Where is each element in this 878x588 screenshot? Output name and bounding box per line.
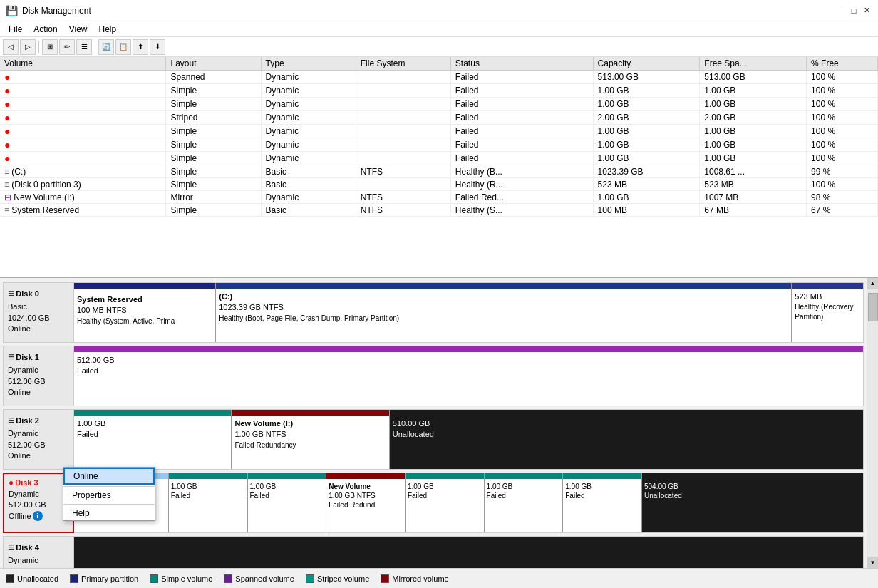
disk-3-newvol[interactable]: New Volume 1.00 GB NTFS Failed Redund	[326, 473, 406, 532]
cell-volume: ●	[0, 111, 166, 125]
cell-pct: 100 %	[807, 152, 878, 165]
disk-2-partitions: 1.00 GB Failed New Volume (I:) 1.00 GB N…	[74, 409, 864, 470]
cell-type: Basic	[261, 204, 356, 217]
toolbar-btn-7[interactable]: ⬇	[150, 39, 165, 55]
toolbar-btn-4[interactable]: 🔄	[98, 39, 114, 55]
disk-0-sysres[interactable]: System Reserved 100 MB NTFS Healthy (Sys…	[74, 283, 216, 342]
context-menu-help[interactable]: Help	[63, 506, 155, 520]
cell-fs: NTFS	[356, 204, 450, 217]
context-menu-properties[interactable]: Properties	[63, 488, 155, 502]
cell-volume: ●	[0, 138, 166, 152]
disk-3-p2[interactable]: 1.00 GB Failed	[169, 473, 248, 532]
disk-4-partitions	[74, 536, 864, 568]
col-status: Status	[450, 57, 593, 71]
table-row[interactable]: ● Simple Dynamic Failed 1.00 GB 1.00 GB …	[0, 98, 878, 111]
scroll-up-button[interactable]: ▲	[867, 278, 878, 289]
disk-0-recovery[interactable]: 523 MB Healthy (Recovery Partition)	[792, 283, 863, 342]
cell-type: Dynamic	[261, 152, 356, 165]
legend-spanned-label: Spanned volume	[235, 574, 294, 583]
disk-2-unalloc[interactable]: 510.00 GB Unallocated	[390, 410, 863, 469]
legend-striped: Striped volume	[306, 574, 369, 583]
table-row[interactable]: ● Simple Dynamic Failed 1.00 GB 1.00 GB …	[0, 152, 878, 165]
cell-capacity: 2.00 GB	[593, 111, 700, 125]
minimize-button[interactable]: ─	[835, 5, 847, 16]
context-menu-online[interactable]: Online	[63, 468, 155, 485]
cell-status: Healthy (R...	[450, 178, 593, 191]
disk-3-p7[interactable]: 1.00 GB Failed	[563, 473, 642, 532]
disk-1-label: ≡ Disk 1 Dynamic 512.00 GB Online	[3, 346, 74, 406]
table-row[interactable]: ≡ (C:) Simple Basic NTFS Healthy (B... 1…	[0, 165, 878, 178]
menu-help[interactable]: Help	[93, 23, 123, 36]
disk-4-row: ≡ Disk 4 Dynamic	[3, 536, 864, 568]
table-row[interactable]: ● Simple Dynamic Failed 1.00 GB 1.00 GB …	[0, 138, 878, 152]
app-icon: 💾	[6, 5, 18, 16]
legend-striped-label: Striped volume	[317, 574, 369, 583]
toolbar: ◁ ▷ ⊞ ✏ ☰ 🔄 📋 ⬆ ⬇	[0, 37, 878, 57]
table-row[interactable]: ● Simple Dynamic Failed 1.00 GB 1.00 GB …	[0, 84, 878, 98]
menu-file[interactable]: File	[3, 23, 28, 36]
table-row[interactable]: ● Striped Dynamic Failed 2.00 GB 2.00 GB…	[0, 111, 878, 125]
col-layout: Layout	[166, 57, 261, 71]
legend-spanned: Spanned volume	[224, 574, 294, 583]
toolbar-btn-2[interactable]: ✏	[59, 39, 75, 55]
cell-type: Dynamic	[261, 111, 356, 125]
disk-3-p3[interactable]: 1.00 GB Failed	[248, 473, 327, 532]
cell-free: 1007 MB	[700, 191, 807, 204]
cell-free: 1.00 GB	[700, 125, 807, 138]
cell-type: Dynamic	[261, 138, 356, 152]
cell-status: Failed	[450, 71, 593, 84]
disk-1-vol[interactable]: 512.00 GB Failed	[74, 346, 863, 406]
cell-pct: 100 %	[807, 125, 878, 138]
forward-button[interactable]: ▷	[20, 39, 36, 55]
disk-3-p6[interactable]: 1.00 GB Failed	[485, 473, 564, 532]
table-row[interactable]: ≡ (Disk 0 partition 3) Simple Basic Heal…	[0, 178, 878, 191]
cell-status: Failed Red...	[450, 191, 593, 204]
cell-capacity: 1.00 GB	[593, 138, 700, 152]
legend-striped-color	[306, 574, 314, 583]
col-freespace: Free Spa...	[700, 57, 807, 71]
toolbar-btn-5[interactable]: 📋	[115, 39, 131, 55]
disk-3-p5[interactable]: 1.00 GB Failed	[406, 473, 485, 532]
cell-status: Failed	[450, 111, 593, 125]
cell-capacity: 1.00 GB	[593, 98, 700, 111]
table-row[interactable]: ● Simple Dynamic Failed 1.00 GB 1.00 GB …	[0, 125, 878, 138]
cell-fs	[356, 84, 450, 98]
cell-capacity: 1.00 GB	[593, 152, 700, 165]
cell-layout: Simple	[166, 165, 261, 178]
maximize-button[interactable]: □	[848, 5, 859, 16]
cell-pct: 100 %	[807, 71, 878, 84]
cell-volume: ●	[0, 98, 166, 111]
scroll-down-button[interactable]: ▼	[867, 557, 878, 568]
cell-layout: Simple	[166, 178, 261, 191]
disk-3-unalloc[interactable]: 504.00 GB Unallocated	[642, 473, 863, 532]
col-volume: Volume	[0, 57, 166, 71]
table-row[interactable]: ● Spanned Dynamic Failed 513.00 GB 513.0…	[0, 71, 878, 84]
cell-type: Dynamic	[261, 71, 356, 84]
legend-unallocated-color	[6, 574, 14, 583]
cell-type: Dynamic	[261, 84, 356, 98]
context-menu: Online Properties Help	[63, 467, 155, 521]
disk-0-c[interactable]: (C:) 1023.39 GB NTFS Healthy (Boot, Page…	[216, 283, 792, 342]
cell-capacity: 100 MB	[593, 204, 700, 217]
disk-4-label: ≡ Disk 4 Dynamic	[3, 536, 74, 568]
legend-primary: Primary partition	[70, 574, 138, 583]
vertical-scrollbar[interactable]: ▲ ▼	[867, 278, 878, 568]
back-button[interactable]: ◁	[3, 39, 19, 55]
table-row[interactable]: ⊟ New Volume (I:) Mirror Dynamic NTFS Fa…	[0, 191, 878, 204]
disk-2-newvol[interactable]: New Volume (I:) 1.00 GB NTFS Failed Redu…	[232, 410, 389, 469]
table-row[interactable]: ≡ System Reserved Simple Basic NTFS Heal…	[0, 204, 878, 217]
scroll-thumb[interactable]	[868, 293, 878, 321]
cell-fs	[356, 125, 450, 138]
menu-action[interactable]: Action	[28, 23, 63, 36]
cell-status: Failed	[450, 152, 593, 165]
cell-layout: Simple	[166, 152, 261, 165]
menu-view[interactable]: View	[63, 23, 93, 36]
disk-2-vol1[interactable]: 1.00 GB Failed	[74, 410, 232, 469]
close-button[interactable]: ✕	[861, 5, 872, 16]
cell-layout: Striped	[166, 111, 261, 125]
disk-1-row: ≡ Disk 1 Dynamic 512.00 GB Online 512.00…	[3, 346, 864, 406]
toolbar-btn-3[interactable]: ☰	[76, 39, 92, 55]
cell-capacity: 1.00 GB	[593, 84, 700, 98]
toolbar-btn-6[interactable]: ⬆	[133, 39, 148, 55]
toolbar-btn-1[interactable]: ⊞	[42, 39, 58, 55]
